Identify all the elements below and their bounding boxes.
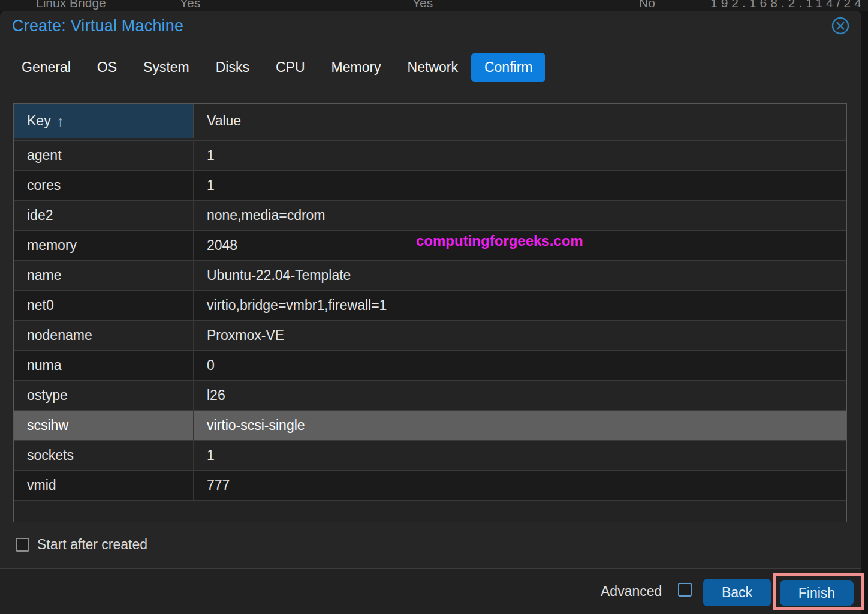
table-empty-area bbox=[14, 500, 846, 522]
row-key: vmid bbox=[14, 471, 194, 500]
row-value: Ubuntu-22.04-Template bbox=[194, 261, 846, 290]
start-after-created-label: Start after created bbox=[37, 537, 147, 553]
table-row-net0[interactable]: net0virtio,bridge=vmbr1,firewall=1 bbox=[14, 290, 846, 320]
background-cell: Linux Bridge bbox=[36, 0, 106, 10]
table-header-row: Key ↑ Value bbox=[14, 104, 846, 138]
tab-os[interactable]: OS bbox=[84, 53, 130, 82]
table-row-scsihw[interactable]: scsihwvirtio-scsi-single bbox=[14, 410, 846, 440]
table-row-name[interactable]: nameUbuntu-22.04-Template bbox=[14, 260, 846, 290]
row-key: sockets bbox=[14, 441, 194, 470]
row-value: Proxmox-VE bbox=[194, 321, 846, 350]
table-body: agent1cores1ide2none,media=cdrommemory20… bbox=[14, 140, 846, 500]
tab-network[interactable]: Network bbox=[394, 53, 471, 82]
row-value: 1 bbox=[194, 171, 846, 200]
row-value: l26 bbox=[194, 381, 846, 410]
create-vm-dialog: Create: Virtual Machine GeneralOSSystemD… bbox=[0, 11, 861, 614]
back-button[interactable]: Back bbox=[703, 579, 771, 606]
table-row-numa[interactable]: numa0 bbox=[14, 350, 846, 380]
dialog-footer: Advanced Back Finish bbox=[0, 568, 861, 614]
row-value: 777 bbox=[194, 471, 846, 500]
row-value: virtio,bridge=vmbr1,firewall=1 bbox=[194, 291, 846, 320]
finish-button[interactable]: Finish bbox=[780, 580, 854, 606]
tab-system[interactable]: System bbox=[130, 53, 203, 82]
start-after-created-option: Start after created bbox=[16, 537, 147, 552]
advanced-label: Advanced bbox=[601, 583, 662, 600]
tab-cpu[interactable]: CPU bbox=[263, 53, 318, 82]
table-row-vmid[interactable]: vmid777 bbox=[14, 470, 846, 500]
tab-bar: GeneralOSSystemDisksCPUMemoryNetworkConf… bbox=[8, 53, 545, 82]
column-header-value[interactable]: Value bbox=[194, 104, 846, 138]
table-row-agent[interactable]: agent1 bbox=[14, 140, 846, 170]
table-row-sockets[interactable]: sockets1 bbox=[14, 440, 846, 470]
tab-disks[interactable]: Disks bbox=[203, 53, 263, 82]
table-row-ostype[interactable]: ostypel26 bbox=[14, 380, 846, 410]
table-row-cores[interactable]: cores1 bbox=[14, 170, 846, 200]
tab-confirm[interactable]: Confirm bbox=[471, 53, 546, 82]
dialog-title: Create: Virtual Machine bbox=[12, 17, 183, 35]
circle-x-icon bbox=[831, 16, 850, 35]
table-row-ide2[interactable]: ide2none,media=cdrom bbox=[14, 200, 846, 230]
row-key: agent bbox=[14, 141, 194, 170]
confirm-settings-table: Key ↑ Value agent1cores1ide2none,media=c… bbox=[13, 103, 847, 522]
sort-ascending-icon: ↑ bbox=[57, 113, 64, 130]
row-key: ide2 bbox=[14, 201, 194, 230]
row-key: numa bbox=[14, 351, 194, 380]
row-key: scsihw bbox=[14, 411, 194, 440]
advanced-checkbox[interactable] bbox=[678, 583, 692, 597]
tab-memory[interactable]: Memory bbox=[318, 53, 394, 82]
background-cell: Yes bbox=[412, 0, 433, 10]
background-table-row: Linux Bridge Yes Yes No 192.168.2.114/24 bbox=[0, 0, 868, 11]
row-key: ostype bbox=[14, 381, 194, 410]
row-key: memory bbox=[14, 231, 194, 260]
start-after-created-checkbox[interactable] bbox=[16, 538, 29, 552]
row-key: cores bbox=[14, 171, 194, 200]
table-row-memory[interactable]: memory2048 bbox=[14, 230, 846, 260]
row-value: none,media=cdrom bbox=[194, 201, 846, 230]
tab-general[interactable]: General bbox=[8, 53, 84, 82]
close-button[interactable] bbox=[830, 16, 851, 36]
row-value: 2048 bbox=[194, 231, 846, 260]
row-value: virtio-scsi-single bbox=[194, 411, 846, 440]
background-cell: Yes bbox=[180, 0, 200, 10]
column-header-key[interactable]: Key ↑ bbox=[14, 104, 194, 138]
background-cell: No bbox=[639, 0, 655, 10]
column-header-value-label: Value bbox=[207, 113, 241, 129]
row-value: 0 bbox=[194, 351, 846, 380]
row-key: name bbox=[14, 261, 194, 290]
background-cell: 192.168.2.114/24 bbox=[710, 0, 865, 10]
row-value: 1 bbox=[194, 141, 846, 170]
table-row-nodename[interactable]: nodenameProxmox-VE bbox=[14, 320, 846, 350]
row-value: 1 bbox=[194, 441, 846, 470]
row-key: nodename bbox=[14, 321, 194, 350]
column-header-key-label: Key bbox=[27, 113, 51, 129]
row-key: net0 bbox=[14, 291, 194, 320]
